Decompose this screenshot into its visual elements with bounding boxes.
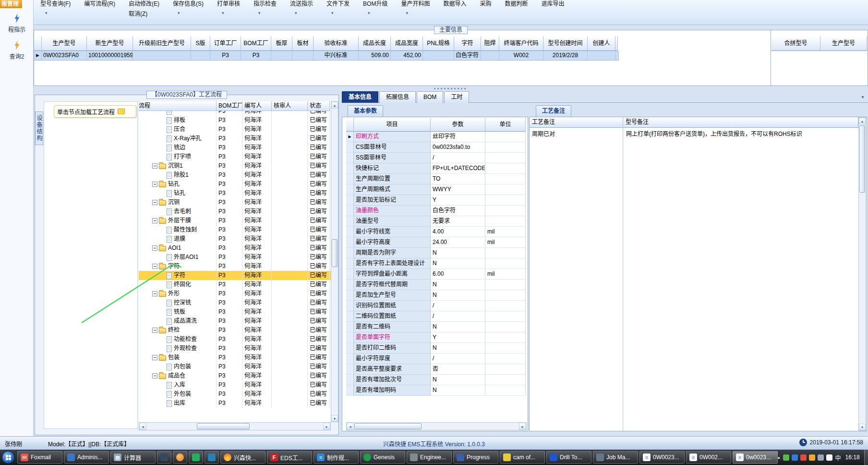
collapse-expander-icon[interactable] — [152, 218, 157, 223]
scroll-thumb[interactable] — [197, 423, 250, 429]
grid-cell[interactable] — [271, 51, 292, 61]
param-value-cell[interactable]: N — [431, 258, 485, 269]
grid-cell[interactable]: P3 — [241, 51, 271, 61]
tab-拓展信息[interactable]: 拓展信息 — [379, 91, 416, 103]
tab-基本信息[interactable]: 基本信息 — [342, 91, 378, 103]
param-value-cell[interactable]: N — [431, 280, 485, 290]
param-value-cell[interactable]: TO — [431, 174, 485, 184]
param-value-cell[interactable]: 否 — [431, 364, 485, 375]
rail-item-程指示[interactable]: 程指示 — [0, 13, 34, 33]
taskbar-button[interactable]: Drill To... — [546, 451, 591, 464]
scroll-right-icon[interactable]: ▸ — [323, 423, 330, 430]
param-row[interactable]: 快捷标记FP+UL+DATECODE — [346, 163, 527, 174]
tree-vertical-scrollbar[interactable]: ▴ ▾ — [331, 101, 338, 422]
process-row[interactable]: 成品清洗P3何海洋已编写 — [139, 317, 331, 326]
taskbar-button[interactable]: FEDS工... — [267, 451, 312, 464]
taskbar-button[interactable]: ≡0w0023... — [733, 451, 778, 464]
collapse-expander-icon[interactable] — [152, 245, 157, 251]
param-row[interactable]: 是否有字符上表面处理设计N — [346, 258, 527, 269]
dropdown-arrow-icon[interactable]: ▾ — [45, 11, 48, 15]
process-step-label[interactable]: 成品清洗 — [174, 317, 197, 326]
process-step-label[interactable]: 外层干膜 — [168, 216, 191, 225]
scroll-left-icon[interactable]: ◂ — [347, 423, 354, 430]
process-row[interactable]: 控深铣P3何海洋已编写 — [139, 298, 331, 307]
process-row[interactable]: 内包装P3何海洋已编写 — [139, 362, 331, 371]
process-row[interactable]: X-Ray冲孔P3何海洋已编写 — [139, 134, 331, 143]
param-row[interactable]: 是否单面字符Y — [346, 332, 527, 343]
process-step-label[interactable]: 退膜 — [174, 234, 185, 244]
process-step-label[interactable]: AOI1 — [168, 244, 181, 253]
process-row[interactable]: 出库P3何海洋已编写 — [139, 399, 331, 408]
process-step-label[interactable]: 酸性蚀刻 — [174, 225, 197, 234]
menu-item[interactable]: 文件下发 — [326, 0, 350, 8]
process-step-label[interactable]: 钻孔 — [168, 180, 180, 189]
process-step-label[interactable]: 打字喷 — [174, 152, 191, 161]
process-row[interactable]: 钻孔P3何海洋已编写 — [139, 180, 331, 189]
param-value-cell[interactable]: / — [431, 301, 485, 311]
remark-vertical-scrollbar[interactable]: ▴ ▾ — [858, 117, 866, 431]
process-step-label[interactable]: 外形 — [168, 289, 180, 298]
taskbar-button[interactable]: ✉Foxmail — [17, 451, 62, 464]
menu-item[interactable]: 数据导入 — [443, 0, 466, 8]
tray-icon[interactable] — [800, 454, 807, 461]
param-row[interactable]: 生产周期位置TO — [346, 174, 527, 184]
column-header[interactable]: 验收标准 — [313, 37, 359, 51]
param-value-cell[interactable]: 24.00 — [431, 237, 485, 248]
show-desktop-button[interactable] — [864, 450, 868, 465]
scroll-thumb[interactable] — [332, 239, 338, 267]
collapse-expander-icon[interactable] — [152, 182, 157, 187]
menu-item[interactable]: 采购 — [480, 0, 491, 8]
param-value-cell[interactable]: 白色字符 — [431, 206, 485, 216]
menu-item[interactable]: 数据判断 — [505, 0, 528, 8]
column-header[interactable]: 字符 — [454, 37, 481, 51]
process-row[interactable]: 包装P3何海洋已编写 — [139, 353, 331, 362]
param-value-cell[interactable]: N — [431, 375, 485, 385]
taskbar-button[interactable]: ≡制作规... — [313, 451, 359, 464]
menu-item[interactable]: 量产开料图 — [401, 0, 430, 8]
menu-item[interactable]: 指示检查 — [253, 0, 277, 8]
process-step-label[interactable]: 沉铜 — [168, 198, 180, 207]
column-header[interactable]: 生产型号 — [42, 37, 87, 51]
process-row[interactable]: 排板P3何海洋已编写 — [139, 116, 331, 125]
process-step-label[interactable]: 包装 — [168, 353, 180, 362]
process-row[interactable]: P3何海洋已编写 — [139, 111, 331, 116]
scroll-down-icon[interactable]: ▾ — [331, 415, 338, 422]
column-header[interactable]: 创建人 — [588, 37, 615, 51]
taskbar-button[interactable]: cam of... — [500, 451, 545, 464]
param-value-cell[interactable]: N — [431, 248, 485, 258]
process-step-label[interactable]: 成品仓 — [168, 371, 185, 380]
param-row[interactable]: 是否有二维码N — [346, 322, 527, 332]
dropdown-arrow-icon[interactable]: ▾ — [295, 11, 297, 15]
taskbar-button[interactable] — [205, 451, 219, 464]
process-step-label[interactable]: 铣边 — [174, 143, 185, 152]
current-row-selector[interactable]: ▶ — [34, 51, 42, 61]
start-button[interactable] — [2, 451, 14, 464]
process-step-label[interactable]: 终固化 — [174, 280, 191, 289]
param-row[interactable]: 是否高平整度要求否 — [346, 364, 527, 375]
taskbar-clock[interactable]: 16:18 — [845, 454, 860, 461]
grid-cell[interactable] — [191, 51, 210, 61]
param-row[interactable]: 是否有增加明码N — [346, 385, 527, 396]
process-row[interactable]: 压合P3何海洋已编写 — [139, 125, 331, 134]
column-header[interactable]: 订单工厂 — [210, 37, 241, 51]
tray-expand-icon[interactable]: ▴ — [778, 455, 780, 460]
collapse-expander-icon[interactable] — [152, 264, 157, 269]
param-row[interactable]: ▶印刷方式丝印字符 — [346, 132, 527, 142]
param-row[interactable]: 识别码位置图纸/ — [346, 301, 527, 311]
process-step-label[interactable]: 字符 — [174, 271, 185, 280]
process-row[interactable]: 入库P3何海洋已编写 — [139, 380, 331, 390]
taskbar-button[interactable]: Adminis... — [64, 451, 109, 464]
param-row[interactable]: 是否加生产型号N — [346, 290, 527, 301]
process-step-label[interactable]: 出库 — [174, 399, 185, 408]
collapse-expander-icon[interactable] — [152, 373, 157, 379]
param-value-cell[interactable]: Y — [431, 332, 485, 343]
scroll-up-icon[interactable]: ▴ — [331, 102, 338, 109]
param-value-cell[interactable]: 6.00 — [431, 269, 485, 280]
param-value-cell[interactable]: 丝印字符 — [431, 132, 485, 142]
param-value-cell[interactable]: / — [431, 354, 485, 364]
process-step-label[interactable]: 外观检查 — [174, 344, 197, 353]
process-row[interactable]: 外观检查P3何海洋已编写 — [139, 344, 331, 353]
tree-horizontal-scrollbar[interactable]: ◂ ▸ — [139, 422, 331, 430]
process-step-label[interactable]: 外包装 — [174, 390, 191, 399]
param-value-cell[interactable]: / — [431, 153, 485, 163]
